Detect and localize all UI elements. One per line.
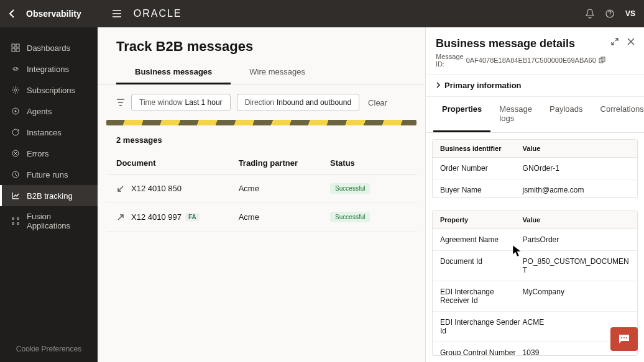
menu-toggle-icon[interactable] [113, 10, 121, 17]
sidebar-item-integrations[interactable]: Integrations [0, 58, 98, 79]
msgid-value: 0AF4078E18A84EB17C500000E69ABA60 [466, 57, 596, 64]
prop-row: EDI Interchange Receiver IdMyCompany [433, 281, 637, 312]
col-status: Status [330, 158, 407, 168]
error-icon [11, 148, 21, 158]
primary-info-label: Primary information [444, 81, 522, 90]
link-icon [11, 64, 21, 74]
chart-icon [11, 191, 21, 201]
sidebar-item-errors[interactable]: Errors [0, 143, 98, 164]
expand-icon[interactable] [610, 37, 619, 46]
sidebar-item-instances[interactable]: Instances [0, 122, 98, 143]
table-row[interactable]: X12 4010 997 FA Acme Successful [106, 203, 416, 232]
filter-direction[interactable]: DirectionInbound and outbound [237, 94, 359, 111]
prop-row: Agreement NamePartsOrder [433, 229, 637, 251]
svg-point-10 [12, 218, 14, 220]
prop-row: Buyer Namejsmith@acme.com [433, 179, 637, 198]
filter-label: Time window [139, 98, 183, 107]
filter-icon[interactable] [116, 99, 125, 106]
svg-point-11 [17, 218, 19, 220]
help-icon[interactable] [605, 9, 614, 18]
msgid-label: Message ID: [436, 53, 464, 68]
sidebar: Dashboards Integrations Subscriptions Ag… [0, 27, 98, 362]
clock-icon [11, 170, 21, 179]
prop-row: Order NumberGNOrder-1 [433, 158, 637, 179]
sidebar-label: Integrations [27, 65, 69, 74]
col-header: Business identifier [440, 145, 523, 152]
grid-icon [11, 43, 21, 53]
sidebar-item-future-runs[interactable]: Future runs [0, 164, 98, 185]
detail-tab-message-logs[interactable]: Message logs [490, 97, 541, 132]
sidebar-label: Dashboards [27, 43, 70, 53]
chat-fab[interactable] [610, 327, 638, 351]
svg-point-16 [621, 337, 622, 338]
svg-rect-1 [12, 44, 15, 47]
sidebar-item-subscriptions[interactable]: Subscriptions [0, 79, 98, 101]
sidebar-label: B2B tracking [27, 191, 73, 201]
svg-rect-3 [12, 48, 15, 52]
results-count: 2 messages [106, 135, 416, 152]
back-button[interactable] [9, 9, 15, 19]
col-header: Property [440, 216, 523, 224]
row-document: X12 4010 850 [131, 184, 182, 193]
table-row[interactable]: X12 4010 850 Acme Successful [106, 174, 416, 203]
business-identifier-table: Business identifierValue Order NumberGNO… [432, 139, 638, 198]
sidebar-label: Instances [27, 128, 62, 137]
sidebar-item-fusion-apps[interactable]: Fusion Applications [0, 206, 98, 236]
filter-label: Direction [245, 98, 274, 107]
svg-point-7 [15, 111, 17, 112]
sidebar-item-dashboards[interactable]: Dashboards [0, 37, 98, 58]
sidebar-label: Agents [27, 107, 52, 116]
primary-info-toggle[interactable]: Primary information [426, 74, 644, 97]
svg-point-13 [17, 223, 19, 225]
page-breadcrumb: Observability [26, 9, 81, 19]
prop-row: Document IdPO_850_CUSTOM_DOCUMENT [433, 251, 637, 281]
close-icon[interactable] [627, 37, 635, 46]
table-header: Document Trading partner Status [106, 152, 416, 174]
svg-point-5 [14, 89, 17, 91]
svg-point-12 [12, 223, 14, 225]
svg-point-17 [623, 337, 625, 338]
svg-point-18 [626, 337, 627, 338]
row-document: X12 4010 997 [131, 212, 182, 222]
detail-tab-correlations[interactable]: Correlations [592, 97, 644, 132]
filter-value: Last 1 hour [185, 98, 223, 107]
status-badge: Successful [330, 212, 370, 222]
page-title: Track B2B messages [116, 38, 407, 55]
sidebar-label: Future runs [27, 170, 68, 179]
col-trading-partner: Trading partner [239, 158, 330, 168]
decorative-banner [106, 120, 416, 125]
svg-rect-4 [16, 48, 19, 52]
detail-tab-payloads[interactable]: Payloads [541, 97, 591, 132]
sidebar-label: Errors [27, 149, 48, 158]
user-avatar[interactable]: VS [625, 9, 635, 18]
copy-icon[interactable] [599, 57, 605, 65]
sidebar-item-agents[interactable]: Agents [0, 101, 98, 122]
col-header: Value [523, 216, 630, 224]
filter-value: Inbound and outbound [277, 98, 351, 107]
bell-icon[interactable] [586, 9, 594, 19]
refresh-icon [11, 127, 21, 137]
clear-filters-link[interactable]: Clear [368, 98, 387, 107]
tab-business-messages[interactable]: Business messages [116, 61, 231, 84]
col-header: Value [523, 145, 630, 152]
agent-icon [11, 106, 21, 116]
apps-icon [11, 216, 21, 226]
chevron-right-icon [436, 81, 441, 90]
details-title: Business message details [436, 37, 605, 50]
oracle-logo: ORACLE [134, 8, 182, 19]
gear-icon [11, 85, 21, 95]
sidebar-label: Subscriptions [27, 86, 75, 95]
fa-badge: FA [185, 213, 200, 221]
tab-wire-messages[interactable]: Wire messages [231, 61, 324, 84]
sidebar-item-b2b-tracking[interactable]: B2B tracking [0, 185, 98, 206]
outbound-arrow-icon [116, 213, 126, 222]
prop-row: EDI Interchange Sender IdACME [433, 312, 637, 342]
filter-time-window[interactable]: Time windowLast 1 hour [131, 94, 231, 111]
row-trading-partner: Acme [239, 184, 330, 193]
prop-row: Group Control Number1039 [433, 342, 637, 356]
detail-tab-properties[interactable]: Properties [433, 97, 490, 132]
cookie-preferences-link[interactable]: Cookie Preferences [0, 336, 98, 362]
svg-rect-2 [16, 44, 19, 47]
details-panel: Business message details Message ID: 0AF… [425, 27, 644, 362]
inbound-arrow-icon [116, 184, 126, 193]
